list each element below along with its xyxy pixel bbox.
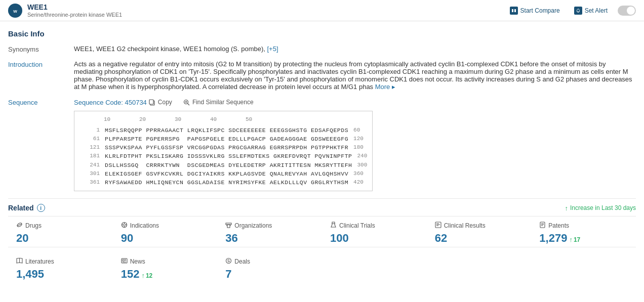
stat-indications-label: Indications	[121, 222, 218, 230]
stat-deals-value: 7	[225, 268, 322, 281]
synonyms-more-link[interactable]: [+5]	[267, 45, 278, 53]
related-info-icon[interactable]: i	[37, 204, 45, 212]
stat-indications-value: 90	[121, 232, 218, 245]
stat-literatures-value: 1,495	[16, 268, 113, 281]
clinical-results-icon	[435, 222, 441, 230]
copy-icon	[149, 99, 156, 106]
sequence-box[interactable]: 10 20 30 40 50 1 MSFLSRQQPP PPRRAGAACT L…	[74, 111, 373, 191]
stat-news-label: News	[121, 257, 218, 266]
seq-line-1: 1 MSFLSRQQPP PPRRAGAACT LRQKLIFSPC SDCEE…	[79, 126, 367, 135]
stat-clinical-results-value: 62	[435, 232, 532, 245]
alert-toggle[interactable]	[618, 6, 636, 16]
stat-organizations[interactable]: Organizations 36	[217, 217, 322, 247]
svg-point-13	[123, 224, 125, 226]
stat-patents-label: Patents	[539, 222, 636, 230]
patents-up-arrow-icon: ↑	[569, 236, 573, 243]
stat-clinical-trials[interactable]: Clinical Trials 100	[322, 217, 427, 247]
related-section: Related i ↑ Increase in Last 30 days Dru…	[8, 198, 636, 283]
protein-icon: W	[8, 4, 22, 18]
stat-clinical-trials-label: Clinical Trials	[330, 222, 427, 230]
basic-info-section: Basic Info Synonyms WEE1, WEE1 G2 checkp…	[8, 29, 636, 191]
introduction-more-link[interactable]: More ▸	[375, 83, 395, 91]
seq-line-3: 121 SSSPVKSPAA PYFLGSSFSP VRCGGPGDAS PRG…	[79, 143, 367, 152]
stat-indications[interactable]: Indications 90	[113, 217, 218, 247]
seq-line-7: 361 RYFSAWAEDD HMLIQNEYCN GGSLADAISE NYR…	[79, 178, 367, 187]
sequence-box-wrapper: 10 20 30 40 50 1 MSFLSRQQPP PPRRAGAACT L…	[74, 111, 373, 191]
section-title-basic-info: Basic Info	[8, 29, 636, 38]
indications-icon	[121, 222, 128, 230]
header-right: Start Compare Set Alert	[506, 5, 636, 17]
find-similar-button[interactable]: Find Similar Sequence	[181, 98, 256, 107]
set-alert-button[interactable]: Set Alert	[570, 5, 612, 17]
stat-deals[interactable]: Deals 7	[217, 252, 322, 283]
sequence-row: Sequence Sequence Code: 450734 Copy Find…	[8, 98, 636, 191]
seq-line-5: 241 DSLLHSSGQ CRRRKTYWN DSCGEDMEAS DYELE…	[79, 161, 367, 169]
sequence-label: Sequence	[8, 98, 74, 106]
increase-label-text: Increase in Last 30 days	[570, 204, 636, 211]
stat-clinical-results[interactable]: Clinical Results 62	[427, 217, 532, 247]
alert-icon	[574, 7, 582, 15]
stat-drugs-value: 20	[16, 232, 113, 245]
synonyms-value: WEE1, WEE1 G2 checkpoint kinase, WEE1 ho…	[74, 45, 636, 53]
stat-drugs-text: Drugs	[25, 222, 42, 229]
stat-news-text: News	[130, 258, 145, 265]
stat-deals-label: Deals	[225, 257, 322, 266]
synonyms-row: Synonyms WEE1, WEE1 G2 checkpoint kinase…	[8, 45, 636, 53]
stat-literatures-label: Literatures	[16, 257, 113, 266]
stat-news[interactable]: News 152 ↑ 12	[113, 252, 218, 283]
sequence-code-link[interactable]: Sequence Code: 450734	[74, 99, 147, 106]
increase-label: ↑ Increase in Last 30 days	[565, 204, 636, 212]
svg-rect-19	[226, 223, 231, 225]
find-similar-label: Find Similar Sequence	[192, 99, 254, 106]
stat-organizations-label: Organizations	[225, 222, 322, 230]
news-icon	[121, 257, 128, 266]
stats-grid-row2: Literatures 1,495 News 152 ↑ 12	[8, 247, 636, 283]
stat-drugs-label: Drugs	[16, 222, 113, 230]
seq-line-2: 61 PLPPARSPTE PGPERRSPG PAPGSPGELE EDLLL…	[79, 135, 367, 143]
svg-rect-33	[123, 260, 124, 261]
compare-icon	[510, 7, 518, 15]
stat-literatures[interactable]: Literatures 1,495	[8, 252, 113, 283]
news-increase: ↑ 12	[141, 272, 152, 279]
introduction-row: Introduction Acts as a negative regulato…	[8, 60, 636, 91]
increase-arrow-icon: ↑	[565, 204, 568, 212]
main-content: Basic Info Synonyms WEE1, WEE1 G2 checkp…	[0, 21, 644, 283]
synonyms-label: Synonyms	[8, 45, 74, 53]
deals-icon	[225, 257, 232, 266]
start-compare-button[interactable]: Start Compare	[506, 5, 564, 17]
sequence-actions: Copy Find Similar Sequence	[147, 98, 256, 107]
svg-text:W: W	[13, 9, 17, 14]
stat-clinical-results-label: Clinical Results	[435, 222, 532, 230]
copy-button[interactable]: Copy	[147, 98, 174, 107]
synonyms-text: WEE1, WEE1 G2 checkpoint kinase, WEE1 ho…	[74, 45, 267, 53]
related-header: Related i ↑ Increase in Last 30 days	[8, 198, 636, 216]
header-title-block: WEE1 Serine/threonine-protein kinase WEE…	[27, 3, 122, 18]
find-similar-icon	[183, 99, 190, 106]
sequence-header: Sequence Sequence Code: 450734 Copy Find…	[8, 98, 256, 107]
svg-rect-5	[149, 100, 153, 104]
literatures-icon	[16, 257, 23, 266]
stat-clinical-trials-value: 100	[330, 232, 427, 245]
stats-grid-row1: Drugs 20 Indications 90	[8, 216, 636, 247]
header: W WEE1 Serine/threonine-protein kinase W…	[0, 0, 644, 21]
stat-news-value: 152 ↑ 12	[121, 268, 218, 281]
svg-line-7	[188, 103, 190, 105]
stat-patents[interactable]: Patents 1,279 ↑ 17	[531, 217, 636, 247]
stat-organizations-text: Organizations	[234, 222, 272, 229]
introduction-value: Acts as a negative regulator of entry in…	[74, 60, 636, 91]
stat-literatures-text: Literatures	[25, 258, 54, 265]
news-up-arrow-icon: ↑	[141, 272, 145, 279]
stat-indications-text: Indications	[130, 222, 159, 229]
stat-clinical-results-text: Clinical Results	[444, 222, 486, 229]
stat-organizations-value: 36	[225, 232, 322, 245]
protein-fullname: Serine/threonine-protein kinase WEE1	[27, 12, 122, 18]
seq-line-6: 301 ELEKIGSGEF GSVFKCVKRL DGCIYAIKRS KKP…	[79, 169, 367, 178]
stat-patents-text: Patents	[548, 222, 569, 229]
organizations-icon	[225, 222, 232, 230]
related-title-group: Related i	[8, 204, 45, 212]
stat-drugs[interactable]: Drugs 20	[8, 217, 113, 247]
set-alert-label: Set Alert	[585, 7, 608, 14]
header-left: W WEE1 Serine/threonine-protein kinase W…	[8, 3, 122, 18]
introduction-text: Acts as a negative regulator of entry in…	[74, 60, 632, 91]
svg-rect-18	[227, 225, 230, 228]
